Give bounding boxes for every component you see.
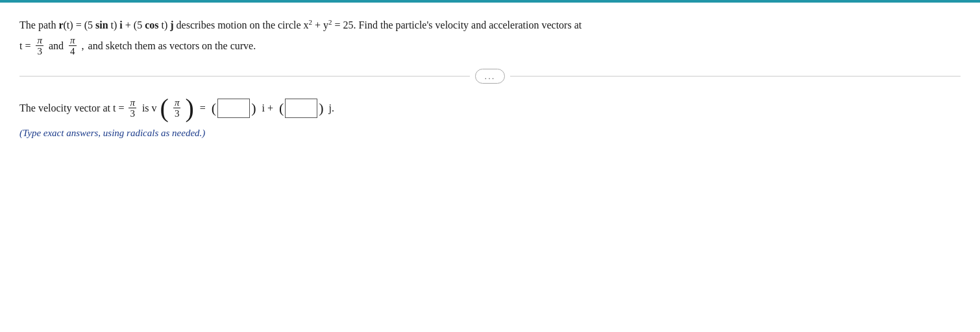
fraction2-numerator: π	[69, 35, 77, 47]
problem-statement: The path r(t) = (5 sin t) i + (5 cos t) …	[19, 17, 961, 57]
problem-line1: The path r(t) = (5 sin t) i + (5 cos t) …	[19, 17, 961, 34]
input1-open-paren: (	[212, 100, 216, 117]
t-equals-label: t =	[19, 38, 31, 54]
divider-row: ...	[19, 69, 961, 84]
line2-suffix: and sketch them as vectors on the curve.	[88, 38, 256, 54]
is-v-label: is v	[142, 102, 157, 114]
velocity-i-input[interactable]	[217, 99, 250, 118]
and-text: and	[49, 38, 64, 54]
problem-line2: t = π 3 and π 4 , and sketch them as vec…	[19, 35, 961, 57]
input-j-group: ( )	[279, 99, 324, 118]
vel-frac-num: π	[129, 97, 136, 109]
equals-sign: =	[200, 102, 206, 114]
hint-text: (Type exact answers, using radicals as n…	[19, 128, 961, 139]
input2-open-paren: (	[279, 100, 284, 117]
fraction1-numerator: π	[36, 35, 43, 47]
fraction2-denominator: 4	[69, 46, 77, 57]
j-label: j.	[329, 102, 334, 114]
input1-close-paren: )	[251, 100, 256, 117]
paren-frac-num: π	[173, 97, 181, 109]
comma-text: ,	[82, 38, 84, 54]
paren-fraction: π 3	[173, 97, 181, 119]
vel-frac-den: 3	[129, 108, 136, 119]
fraction-pi-over-3: π 3	[36, 35, 43, 57]
vel-fraction: π 3	[129, 97, 136, 119]
input-i-group: ( )	[212, 99, 256, 118]
velocity-line: The velocity vector at t = π 3 is v ( π …	[19, 95, 961, 121]
ellipsis-button[interactable]: ...	[475, 69, 506, 84]
open-paren: (	[160, 95, 169, 121]
i-label: i +	[262, 102, 273, 114]
problem-text-part1: The path r(t) = (5 sin t) i + (5 cos t) …	[19, 17, 582, 34]
divider-left	[19, 76, 470, 77]
close-paren: )	[185, 95, 193, 121]
divider-right	[510, 76, 961, 77]
paren-frac-den: 3	[173, 108, 181, 119]
answer-section: The velocity vector at t = π 3 is v ( π …	[19, 95, 961, 139]
main-content: The path r(t) = (5 sin t) i + (5 cos t) …	[0, 3, 980, 152]
input2-close-paren: )	[319, 100, 323, 117]
velocity-prefix: The velocity vector at t =	[19, 102, 124, 114]
fraction1-denominator: 3	[36, 46, 43, 57]
fraction-pi-over-4: π 4	[69, 35, 77, 57]
velocity-j-input[interactable]	[285, 99, 317, 118]
